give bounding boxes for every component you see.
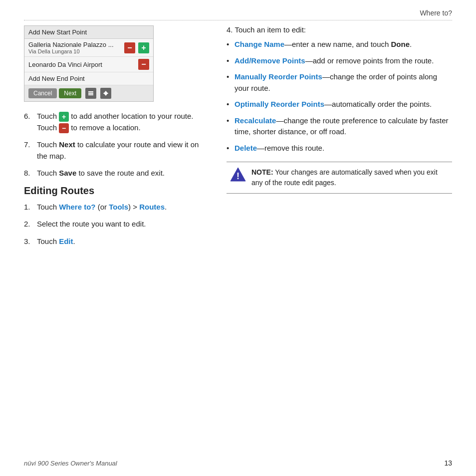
note-box: ! NOTE: Your changes are automatically s… (227, 162, 452, 194)
ss-move-icon-2 (100, 88, 111, 99)
ss-footer: Cancel Next (24, 85, 153, 101)
svg-rect-0 (88, 91, 93, 92)
step-8-bold: Save (59, 169, 76, 177)
term-delete: Delete (235, 144, 257, 152)
section-step-3: 3. Touch Edit. (24, 236, 209, 247)
ss-row-1-main: Galleria Nazionale Palazzo ... (28, 41, 121, 48)
tools-link: Tools (109, 203, 128, 211)
term-add-remove: Add/Remove Points (235, 56, 305, 65)
footer-manual: nüvi 900 Series Owner's Manual (24, 460, 117, 467)
ss-add-btn[interactable]: + (138, 42, 149, 53)
step-7-num: 7. (24, 139, 34, 162)
section-step-2: 2. Select the route you want to edit. (24, 219, 209, 230)
ss-move-icon-1 (85, 88, 96, 99)
bullet-recalculate: Recalculate—change the route preference … (227, 115, 452, 138)
section-step-2-num: 2. (24, 219, 34, 230)
left-column: Add New Start Point Galleria Nazionale P… (24, 25, 209, 253)
where-to-link: Where to? (59, 203, 95, 211)
section-step-2-text: Select the route you want to edit. (37, 219, 146, 230)
svg-marker-4 (103, 93, 108, 96)
edit-link: Edit (59, 237, 73, 245)
bullet-delete: Delete—remove this route. (227, 143, 452, 154)
bullet-add-remove: Add/Remove Points—add or remove points f… (227, 55, 452, 67)
step-6: 6. Touch + to add another location to yo… (24, 111, 209, 133)
bullet-manually-reorder: Manually Reorder Points—change the order… (227, 71, 452, 94)
footer-page: 13 (444, 459, 452, 467)
section-step-3-text: Touch Edit. (37, 236, 75, 247)
ss-remove-btn-2[interactable]: − (138, 59, 149, 70)
section-step-1-num: 1. (24, 202, 34, 213)
section-step-1-text: Touch Where to? (or Tools) > Routes. (37, 202, 167, 213)
step-6-num: 6. (24, 111, 34, 133)
ss-cancel-button[interactable]: Cancel (28, 88, 57, 98)
screenshot-box: Add New Start Point Galleria Nazionale P… (24, 25, 154, 102)
step-7-text: Touch Next to calculate your route and v… (37, 139, 209, 162)
ss-next-button[interactable]: Next (59, 88, 81, 98)
step-8-text: Touch Save to save the route and exit. (37, 168, 165, 179)
term-change-name: Change Name (235, 40, 284, 48)
section-heading: Editing Routes (24, 185, 209, 197)
bullet-optimally-reorder: Optimally Reorder Points—automatically o… (227, 99, 452, 110)
page: Where to? Add New Start Point Galleria N… (0, 0, 476, 476)
term-optimally-reorder: Optimally Reorder Points (235, 100, 324, 108)
bullet-change-name: Change Name—enter a new name, and touch … (227, 39, 452, 50)
right-column: 4. Touch an item to edit: Change Name—en… (227, 25, 452, 253)
main-content: Add New Start Point Galleria Nazionale P… (24, 25, 452, 253)
ss-row-2-text: Leonardo Da Vinci Airport (28, 61, 135, 68)
warning-icon: ! (230, 166, 246, 183)
note-label: NOTE: (251, 168, 273, 176)
ss-remove-btn-1[interactable]: − (124, 42, 135, 53)
svg-rect-2 (88, 94, 93, 95)
right-intro: 4. Touch an item to edit: (227, 25, 452, 34)
step-8-num: 8. (24, 168, 34, 179)
step-7: 7. Touch Next to calculate your route an… (24, 139, 209, 162)
ss-row-1: Galleria Nazionale Palazzo ... Via Della… (24, 39, 153, 57)
term-manually-reorder: Manually Reorder Points (235, 72, 322, 81)
svg-text:!: ! (237, 171, 239, 181)
step-8: 8. Touch Save to save the route and exit… (24, 168, 209, 179)
routes-link: Routes (139, 203, 165, 211)
ss-row-1-sub: Via Della Lungara 10 (28, 48, 121, 54)
ss-add-end: Add New End Point (24, 72, 153, 85)
minus-icon: − (59, 123, 69, 133)
note-text: Your changes are automatically saved whe… (251, 168, 438, 187)
step-6-text: Touch + to add another location to your … (37, 111, 209, 133)
page-header: Where to? (24, 9, 452, 20)
plus-icon: + (59, 112, 69, 122)
ss-row-1-text: Galleria Nazionale Palazzo ... Via Della… (28, 41, 121, 54)
left-steps-list: 6. Touch + to add another location to yo… (24, 111, 209, 179)
bullet-list: Change Name—enter a new name, and touch … (227, 39, 452, 154)
done-bold: Done (391, 40, 410, 48)
section-steps-list: 1. Touch Where to? (or Tools) > Routes. … (24, 202, 209, 247)
header-title: Where to? (420, 9, 452, 17)
section-step-3-num: 3. (24, 236, 34, 247)
svg-rect-1 (88, 93, 93, 94)
section-step-1: 1. Touch Where to? (or Tools) > Routes. (24, 202, 209, 213)
term-recalculate: Recalculate (235, 116, 276, 125)
step-7-bold: Next (59, 140, 75, 149)
page-footer: nüvi 900 Series Owner's Manual 13 (24, 459, 452, 467)
ss-row-2: Leonardo Da Vinci Airport − (24, 57, 153, 72)
ss-header: Add New Start Point (24, 26, 153, 39)
ss-row-2-main: Leonardo Da Vinci Airport (28, 61, 135, 68)
